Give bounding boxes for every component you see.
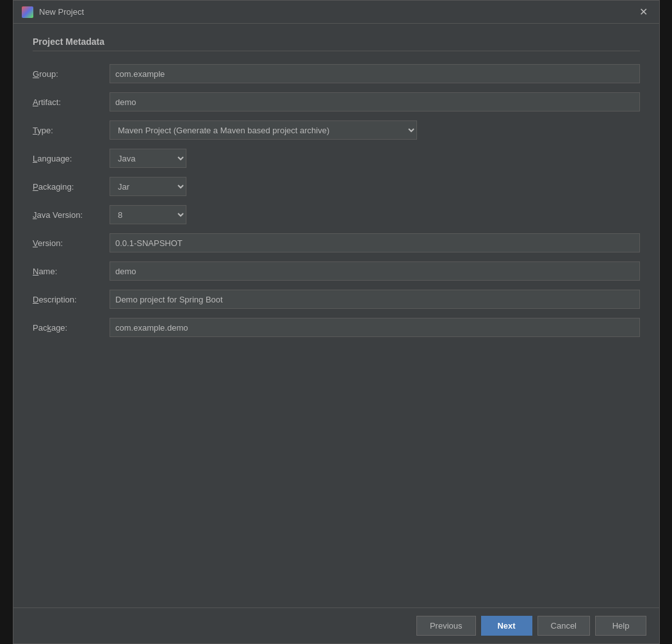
label-type: Type: bbox=[33, 126, 110, 135]
input-name[interactable] bbox=[110, 261, 640, 281]
select-java-version[interactable]: 8 11 17 21 bbox=[110, 205, 186, 224]
form-row-packaging: Packaging: Jar War bbox=[33, 177, 640, 196]
form-row-type: Type: Maven Project (Generate a Maven ba… bbox=[33, 120, 640, 140]
previous-button[interactable]: Previous bbox=[416, 616, 476, 636]
input-package[interactable] bbox=[110, 318, 640, 337]
label-java-version: Java Version: bbox=[33, 210, 110, 220]
dialog-content: Project Metadata Group: Artifact: Type: … bbox=[13, 24, 659, 607]
input-group[interactable] bbox=[110, 64, 640, 83]
dialog-title-left: New Project bbox=[21, 6, 84, 19]
form-row-group: Group: bbox=[33, 64, 640, 83]
form-row-name: Name: bbox=[33, 261, 640, 281]
close-button[interactable]: ✕ bbox=[635, 6, 652, 19]
select-packaging[interactable]: Jar War bbox=[110, 177, 186, 196]
new-project-dialog: New Project ✕ Project Metadata Group: Ar… bbox=[13, 0, 660, 644]
form-row-java-version: Java Version: 8 11 17 21 bbox=[33, 205, 640, 224]
label-group: Group: bbox=[33, 69, 110, 79]
label-package: Package: bbox=[33, 323, 110, 333]
dialog-title: New Project bbox=[39, 7, 84, 17]
app-icon-square bbox=[22, 6, 33, 18]
input-artifact[interactable] bbox=[110, 92, 640, 111]
cancel-button[interactable]: Cancel bbox=[537, 616, 590, 636]
input-version[interactable] bbox=[110, 233, 640, 252]
label-artifact: Artifact: bbox=[33, 97, 110, 107]
help-button[interactable]: Help bbox=[595, 616, 646, 636]
label-version: Version: bbox=[33, 238, 110, 248]
next-button[interactable]: Next bbox=[481, 616, 532, 636]
section-title: Project Metadata bbox=[33, 37, 640, 51]
app-icon bbox=[21, 6, 34, 19]
dialog-footer: Previous Next Cancel Help bbox=[13, 607, 659, 643]
form-row-package: Package: bbox=[33, 318, 640, 337]
label-description: Description: bbox=[33, 295, 110, 304]
label-language: Language: bbox=[33, 154, 110, 163]
dialog-titlebar: New Project ✕ bbox=[13, 1, 659, 24]
form-row-language: Language: Java Kotlin Groovy bbox=[33, 149, 640, 168]
input-description[interactable] bbox=[110, 290, 640, 309]
label-name: Name: bbox=[33, 267, 110, 276]
select-language[interactable]: Java Kotlin Groovy bbox=[110, 149, 186, 168]
form-row-version: Version: bbox=[33, 233, 640, 252]
select-type[interactable]: Maven Project (Generate a Maven based pr… bbox=[110, 120, 417, 140]
form-row-description: Description: bbox=[33, 290, 640, 309]
form-row-artifact: Artifact: bbox=[33, 92, 640, 111]
label-packaging: Packaging: bbox=[33, 182, 110, 192]
